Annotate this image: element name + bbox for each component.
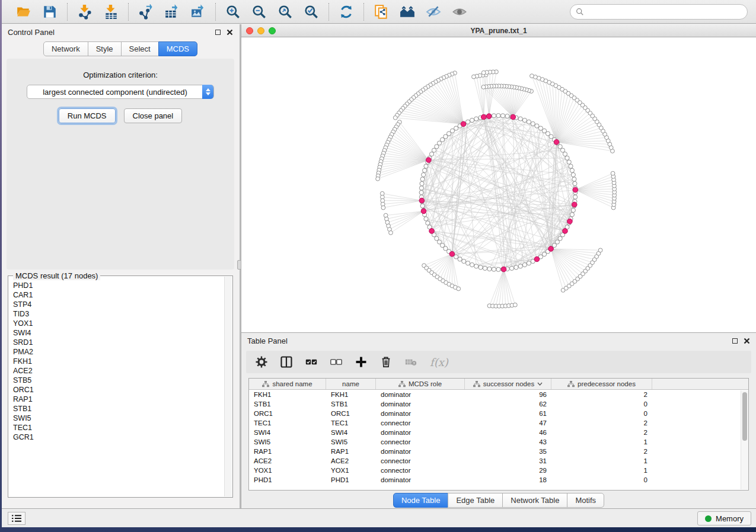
network-node[interactable] <box>472 75 476 79</box>
float-table-panel-icon[interactable] <box>732 338 738 344</box>
float-panel-icon[interactable] <box>215 30 221 35</box>
network-node[interactable] <box>573 181 577 185</box>
table-row[interactable]: TEC1TEC1connector472 <box>249 418 748 428</box>
mcds-result-item[interactable]: TEC1 <box>13 423 224 432</box>
network-node-dominator[interactable] <box>534 257 540 262</box>
network-node[interactable] <box>563 152 567 156</box>
network-node[interactable] <box>527 261 531 265</box>
network-node[interactable] <box>426 221 430 225</box>
mcds-result-item[interactable]: PMA2 <box>13 347 224 357</box>
network-node[interactable] <box>527 120 531 124</box>
search-input[interactable] <box>584 8 747 16</box>
show-columns-icon[interactable] <box>280 356 292 368</box>
network-node[interactable] <box>483 266 487 270</box>
first-neighbors-icon[interactable] <box>398 3 416 21</box>
delete-table-icon[interactable] <box>405 356 417 368</box>
network-node[interactable] <box>573 195 578 199</box>
tab-style[interactable]: Style <box>88 41 122 56</box>
mcds-result-item[interactable]: STB1 <box>13 404 224 414</box>
tab-select[interactable]: Select <box>121 41 159 56</box>
table-row[interactable]: SWI5SWI5connector431 <box>249 437 748 447</box>
mcds-result-item[interactable]: TID3 <box>13 309 224 319</box>
network-node-dominator[interactable] <box>572 202 577 207</box>
network-node[interactable] <box>565 156 569 160</box>
table-scrollbar-thumb[interactable] <box>742 392 747 441</box>
network-node-dominator[interactable] <box>567 219 573 224</box>
network-node[interactable] <box>572 177 576 181</box>
network-node[interactable] <box>530 74 534 78</box>
network-node[interactable] <box>381 206 385 210</box>
hide-selected-icon[interactable] <box>425 3 442 21</box>
network-node[interactable] <box>522 118 527 122</box>
network-node[interactable] <box>429 152 433 156</box>
window-close-icon[interactable] <box>246 27 253 34</box>
close-table-panel-icon[interactable] <box>744 338 750 344</box>
network-node[interactable] <box>514 265 518 270</box>
network-node-dominator[interactable] <box>573 187 578 193</box>
network-node-dominator[interactable] <box>481 114 486 120</box>
network-node[interactable] <box>611 171 615 175</box>
network-node-dominator[interactable] <box>548 246 554 252</box>
network-node[interactable] <box>458 257 462 261</box>
network-node[interactable] <box>432 148 436 152</box>
network-node[interactable] <box>570 213 574 217</box>
table-row[interactable]: RAP1RAP1dominator352 <box>249 447 748 456</box>
import-network-icon[interactable] <box>76 3 94 21</box>
network-node-dominator[interactable] <box>511 114 516 120</box>
network-node-dominator[interactable] <box>554 140 559 145</box>
mcds-result-item[interactable]: STB5 <box>13 376 224 385</box>
export-image-icon[interactable] <box>189 3 207 21</box>
mcds-result-item[interactable]: CAR1 <box>13 290 224 300</box>
table-row[interactable]: ACE2ACE2connector311 <box>249 456 748 466</box>
network-node[interactable] <box>389 230 393 235</box>
zoom-in-icon[interactable] <box>224 3 242 21</box>
network-node[interactable] <box>470 262 474 267</box>
network-node[interactable] <box>462 259 466 263</box>
table-scrollbar[interactable] <box>741 390 748 489</box>
network-node[interactable] <box>479 265 483 270</box>
network-node-dominator[interactable] <box>563 229 568 234</box>
zoom-out-icon[interactable] <box>250 3 268 21</box>
column-header-MCDS-role[interactable]: MCDS role <box>376 379 465 389</box>
network-node[interactable] <box>500 114 505 118</box>
add-column-icon[interactable] <box>355 356 367 368</box>
network-node[interactable] <box>571 208 575 212</box>
network-node-dominator[interactable] <box>486 114 492 119</box>
network-node[interactable] <box>567 160 571 164</box>
network-node[interactable] <box>492 114 496 118</box>
network-node[interactable] <box>419 190 423 194</box>
mcds-result-item[interactable]: SWI5 <box>13 414 224 423</box>
mcds-result-scrollbar[interactable] <box>224 277 232 496</box>
network-node-dominator[interactable] <box>426 158 432 163</box>
network-node-dominator[interactable] <box>421 209 426 214</box>
save-session-icon[interactable] <box>41 3 59 21</box>
zoom-selected-icon[interactable] <box>302 3 320 21</box>
table-row[interactable]: FKH1FKH1dominator962 <box>249 390 748 399</box>
table-row[interactable]: YOX1YOX1connector291 <box>249 466 748 475</box>
mcds-result-item[interactable]: ORC1 <box>13 385 224 395</box>
network-node[interactable] <box>420 181 424 185</box>
mcds-result-item[interactable]: ACE2 <box>13 366 224 376</box>
network-node-dominator[interactable] <box>501 267 506 272</box>
select-all-icon[interactable] <box>305 356 317 368</box>
network-node[interactable] <box>457 287 461 291</box>
window-minimize-icon[interactable] <box>257 27 264 34</box>
memory-button[interactable]: Memory <box>697 511 751 525</box>
mcds-result-item[interactable]: FKH1 <box>13 357 224 366</box>
close-panel-icon[interactable] <box>227 29 233 36</box>
mcds-result-item[interactable]: STP4 <box>13 300 224 309</box>
network-node[interactable] <box>570 168 574 172</box>
settings-gear-icon[interactable] <box>256 356 267 368</box>
refresh-icon[interactable] <box>337 3 355 21</box>
column-header-successor-nodes[interactable]: successor nodes <box>465 379 551 389</box>
network-node[interactable] <box>420 204 425 208</box>
tab-node-table[interactable]: Node Table <box>393 493 449 508</box>
network-node[interactable] <box>513 303 517 307</box>
network-node[interactable] <box>535 124 539 128</box>
network-node[interactable] <box>531 121 535 126</box>
column-header-shared-name[interactable]: shared name <box>249 379 326 389</box>
export-network-icon[interactable] <box>137 3 155 21</box>
network-node[interactable] <box>423 168 427 172</box>
clone-network-icon[interactable] <box>372 3 390 21</box>
network-node[interactable] <box>419 186 423 190</box>
